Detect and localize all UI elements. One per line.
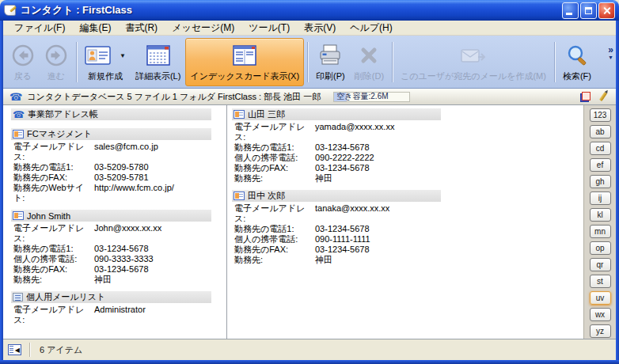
window-border-bottom xyxy=(0,360,619,364)
index-tab[interactable]: yz xyxy=(590,324,611,338)
contact-column-right: 山田 三郎 電子メールアドレス: yamada@xxxx.xx.xx xyxy=(227,105,583,339)
delete-button: 削除(D) xyxy=(350,38,389,86)
contact-field-row: 個人の携帯電話: 090-2222-2222 xyxy=(234,153,583,163)
field-value: 03-5209-5781 xyxy=(94,173,149,183)
toolbar-separator xyxy=(307,42,308,82)
field-value: 090-1111-1111 xyxy=(315,234,370,245)
menu-item[interactable]: ファイル(F) xyxy=(8,21,71,36)
index-tab[interactable]: ab xyxy=(590,125,611,138)
contact-card-header[interactable]: 山田 三郎 xyxy=(232,108,441,120)
new-dropdown-arrow-icon[interactable]: ▼ xyxy=(120,52,126,59)
back-button: 戻る xyxy=(6,38,40,86)
menu-item[interactable]: ヘルプ(H) xyxy=(344,21,399,36)
field-value: 03-1234-5678 xyxy=(315,163,370,173)
contact-field-row: 勤務先の電話1: 03-1234-5678 xyxy=(13,244,226,254)
contact-type-icon xyxy=(13,130,24,138)
contact-type-icon xyxy=(234,191,245,200)
contact-field-row: 勤務先のFAX: 03-1234-5678 xyxy=(234,245,583,255)
index-tab[interactable]: qr xyxy=(590,258,611,271)
forward-icon xyxy=(44,42,68,69)
status-separator xyxy=(29,343,30,357)
menu-item[interactable]: 編集(E) xyxy=(73,21,117,36)
contact-card-header[interactable]: FCマネジメント xyxy=(11,128,211,140)
field-value: 090-2222-2222 xyxy=(315,153,374,163)
field-label: 勤務先のFAX: xyxy=(13,173,94,183)
field-label: 勤務先のFAX: xyxy=(234,163,315,173)
menu-item[interactable]: 表示(V) xyxy=(298,21,342,36)
new-contact-icon xyxy=(85,42,112,69)
contact-name: 個人用メールリスト xyxy=(26,291,105,303)
contact-field-row: 個人の携帯電話: 090-1111-1111 xyxy=(234,234,583,245)
field-label: 個人の携帯電話: xyxy=(234,234,315,245)
field-label: 個人の携帯電話: xyxy=(234,153,315,163)
index-tab[interactable]: uv xyxy=(590,291,611,305)
field-value: 03-1234-5678 xyxy=(315,224,370,234)
contact-card-header[interactable]: 田中 次郎 xyxy=(232,190,441,202)
menu-item[interactable]: メッセージ(M) xyxy=(165,21,241,36)
overlapping-windows-icon[interactable] xyxy=(580,92,591,102)
index-tab[interactable]: 123 xyxy=(590,108,611,122)
pane-toggle-icon[interactable] xyxy=(8,344,21,355)
edit-pencil-icon[interactable] xyxy=(599,92,607,101)
field-value: sales@fcm.co.jp xyxy=(94,142,158,162)
field-label: 勤務先のFAX: xyxy=(13,264,94,275)
field-label: 個人の携帯電話: xyxy=(13,254,94,264)
index-tab[interactable]: ij xyxy=(590,191,611,205)
chevron-down-icon: ▼ xyxy=(608,54,613,61)
index-tab[interactable]: gh xyxy=(590,175,611,188)
database-summary: コンタクトデータベース 5 ファイル 1 フォルダ FirstClass : 部… xyxy=(27,91,321,103)
contact-column-left: ☎ 事業部アドレス帳 FCマネジメント xyxy=(3,105,227,339)
detail-view-button[interactable]: 詳細表示(L) xyxy=(131,38,185,86)
window-title: コンタクト : FirstClass xyxy=(21,3,562,17)
new-contact-button[interactable]: ▼ 新規作成 xyxy=(80,38,131,86)
field-value: 03-1234-5678 xyxy=(315,245,370,255)
field-label: 勤務先の電話1: xyxy=(13,162,94,173)
contact-card: John Smith 電子メールアドレス: John@xxxx.xx.xx xyxy=(11,210,226,285)
menu-item[interactable]: ツール(T) xyxy=(242,21,296,36)
contact-card: ☎ 事業部アドレス帳 xyxy=(11,108,226,122)
toolbar-separator xyxy=(76,42,77,82)
contact-card-header[interactable]: ☎ 事業部アドレス帳 xyxy=(11,108,211,120)
index-tab[interactable]: ef xyxy=(590,158,611,172)
contact-name: FCマネジメント xyxy=(27,128,92,140)
contact-card-header[interactable]: John Smith xyxy=(11,210,211,222)
field-label: 電子メールアドレス: xyxy=(13,142,94,162)
menu-item[interactable]: 書式(R) xyxy=(119,21,164,36)
minimize-button[interactable] xyxy=(562,2,579,19)
index-tab[interactable]: wx xyxy=(590,308,611,321)
index-tab[interactable]: mn xyxy=(590,225,611,238)
contact-field-row: 個人の携帯電話: 090-3333-3333 xyxy=(13,254,226,264)
index-card-view-button[interactable]: インデックスカード表示(X) xyxy=(185,38,304,86)
title-bar[interactable]: コンタクト : FirstClass xyxy=(0,0,619,21)
index-tab[interactable]: cd xyxy=(590,142,611,155)
delete-x-icon xyxy=(358,42,380,69)
contact-card-header[interactable]: 個人用メールリスト xyxy=(11,291,211,303)
index-card-view-icon xyxy=(233,42,256,69)
contact-field-row: 勤務先のFAX: 03-1234-5678 xyxy=(13,264,226,275)
contact-list-area: ☎ 事業部アドレス帳 FCマネジメント xyxy=(3,105,616,339)
contact-database-icon: ☎ xyxy=(9,92,22,102)
field-label: 勤務先: xyxy=(234,173,315,184)
field-label: 勤務先のWebサイト: xyxy=(13,183,94,203)
search-button[interactable]: 検索(F) xyxy=(558,38,596,86)
info-bar: ☎ コンタクトデータベース 5 ファイル 1 フォルダ FirstClass :… xyxy=(3,89,616,105)
index-tab[interactable]: kl xyxy=(590,208,611,222)
contact-field-row: 勤務先のFAX: 03-5209-5781 xyxy=(13,173,226,183)
contact-field-row: 勤務先: 神田 xyxy=(234,255,583,265)
contact-field-row: 勤務先のFAX: 03-1234-5678 xyxy=(234,163,583,173)
compose-mail-icon xyxy=(459,42,488,69)
index-tab[interactable]: st xyxy=(590,275,611,288)
maximize-button[interactable] xyxy=(580,2,597,19)
free-space-indicator: 空き容量:2.6M xyxy=(333,92,410,102)
print-button[interactable]: 印刷(P) xyxy=(311,38,350,86)
field-value: 03-1234-5678 xyxy=(94,264,149,275)
toolbar-overflow-button[interactable]: » ▼ xyxy=(608,47,613,61)
free-space-label: 空き容量:2.6M xyxy=(334,91,388,102)
field-label: 電子メールアドレス: xyxy=(13,305,94,325)
close-button[interactable] xyxy=(598,2,615,19)
minimize-icon xyxy=(566,13,572,15)
field-label: 電子メールアドレス: xyxy=(13,223,94,244)
field-value: yamada@xxxx.xx.xx xyxy=(315,122,394,142)
print-icon xyxy=(317,42,343,69)
index-tab[interactable]: op xyxy=(590,241,611,255)
